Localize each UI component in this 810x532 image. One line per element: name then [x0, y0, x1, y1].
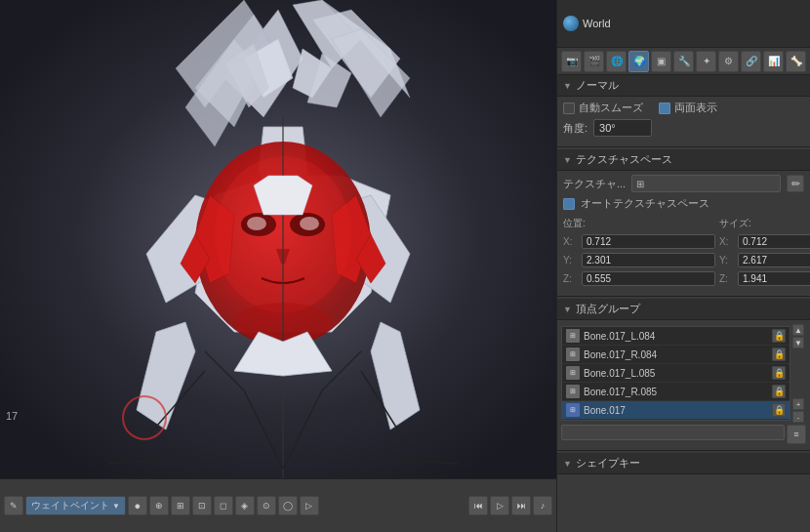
view-icon[interactable]: ◻	[214, 496, 233, 515]
section-texbase-header[interactable]: ▼ テクスチャスペース	[557, 149, 810, 171]
pivot-icon[interactable]: ◈	[235, 496, 255, 515]
vgroup-name-0: Bone.017_L.084	[584, 331, 768, 342]
angle-label: 角度:	[563, 121, 587, 136]
angle-input[interactable]	[593, 119, 652, 137]
size-y-row: Y:	[719, 253, 810, 267]
auto-smooth-label: 自動スムーズ	[579, 101, 643, 115]
shapekey-arrow: ▼	[563, 459, 572, 469]
cursor-icon[interactable]: ⊕	[149, 496, 169, 515]
camera-icon[interactable]: 📷	[561, 51, 582, 72]
texbase-label: テクスチャスペース	[576, 152, 672, 167]
normal-body: 自動スムーズ 両面表示 角度:	[557, 97, 810, 144]
double-side-wrap: 両面表示	[659, 101, 717, 115]
onion-icon[interactable]: ▷	[300, 496, 319, 515]
object-icon[interactable]: ▣	[651, 51, 671, 72]
vgroup-add-btn[interactable]: +	[792, 398, 804, 410]
mode-dropdown[interactable]: ウェイトペイント ▼	[25, 496, 126, 515]
vgroup-down-btn[interactable]: ▼	[792, 337, 804, 348]
auto-texbase-label: オートテクスチャスペース	[581, 196, 709, 211]
frame-number: 17	[6, 410, 18, 422]
size-y-label: Y:	[719, 255, 735, 266]
modifier-icon[interactable]: 🔧	[673, 51, 694, 72]
vgroup-up-btn[interactable]: ▲	[792, 324, 804, 336]
data-icon[interactable]: 📊	[763, 51, 784, 72]
play-icon[interactable]: ▷	[490, 496, 509, 515]
mode-arrow: ▼	[112, 502, 120, 511]
vgroup-weight-bar	[561, 425, 785, 440]
texbase-body: テクスチャ... ⊞ ✏ オートテクスチャスペース 位置: X:	[557, 171, 810, 294]
vgroup-body: ⊞ Bone.017_L.084 🔒 ⊞ Bone.017_R.084 🔒 ⊞ …	[557, 320, 810, 448]
section-shapekey-header[interactable]: ▼ シェイプキー	[557, 453, 810, 474]
list-item[interactable]: ⊞ Bone.017_L.085 🔒	[562, 364, 790, 383]
normal-fields: 自動スムーズ 両面表示	[563, 101, 804, 115]
size-col: サイズ: X: Y: Z:	[719, 217, 810, 288]
pos-header: 位置:	[563, 217, 715, 230]
vgroup-lock-2[interactable]: 🔒	[772, 366, 786, 380]
bone-icon[interactable]: 🦴	[786, 51, 806, 72]
vgroup-lock-0[interactable]: 🔒	[772, 329, 786, 343]
vgroup-side-controls: ▲ ▼ + -	[792, 324, 806, 423]
angle-row: 角度:	[563, 119, 804, 137]
size-header: サイズ:	[719, 217, 810, 230]
vgroup-remove-btn[interactable]: -	[792, 411, 804, 423]
texcha-dropdown-icon: ⊞	[636, 179, 644, 189]
pos-z-label: Z:	[563, 273, 579, 284]
vgroup-icon-1: ⊞	[566, 348, 580, 361]
double-side-checkbox[interactable]	[659, 102, 670, 114]
auto-smooth-checkbox[interactable]	[563, 102, 575, 114]
render-icon-btn[interactable]: 🎬	[584, 51, 604, 72]
vgroup-lock-3[interactable]: 🔒	[772, 385, 786, 398]
size-y-input[interactable]	[738, 253, 810, 267]
vgroup-lock-4[interactable]: 🔒	[772, 403, 786, 417]
normal-arrow: ▼	[563, 81, 572, 91]
vgroup-list: ⊞ Bone.017_L.084 🔒 ⊞ Bone.017_R.084 🔒 ⊞ …	[561, 326, 790, 421]
vgroup-normalize-btn[interactable]: ≡	[787, 425, 806, 444]
timeline-icon[interactable]: ⏮	[468, 496, 488, 515]
audio-icon[interactable]: ♪	[533, 496, 552, 515]
pos-x-label: X:	[563, 236, 579, 247]
physics-icon[interactable]: ⚙	[718, 51, 739, 72]
scene-icon[interactable]: 🌐	[606, 51, 627, 72]
render-icon[interactable]: ●	[128, 496, 147, 515]
section-vgroup-header[interactable]: ▼ 頂点グループ	[557, 299, 810, 320]
viewport[interactable]: 17 ✎ ウェイトペイント ▼ ● ⊕ ⊞ ⊡ ◻ ◈ ⊙ ◯ ▷ ⏮ ▷ ⏭ …	[0, 0, 556, 532]
right-panel: World 📷 🎬 🌐 🌍 ▣ 🔧 ✦ ⚙ 🔗 📊 🦴 ▼ ノーマル 自動スムー…	[556, 0, 810, 532]
list-item[interactable]: ⊞ Bone.017 🔒	[562, 401, 790, 420]
vgroup-icon-2: ⊞	[566, 366, 580, 380]
world-icon-btn[interactable]: 🌍	[628, 51, 649, 72]
end-icon[interactable]: ⏭	[511, 496, 531, 515]
shapekey-label: シェイプキー	[576, 456, 640, 471]
texbase-arrow: ▼	[563, 155, 572, 165]
prop-icon[interactable]: ◯	[278, 496, 298, 515]
pos-z-input[interactable]	[582, 271, 715, 286]
size-x-input[interactable]	[738, 234, 810, 249]
viewport-toolbar: ✎ ウェイトペイント ▼ ● ⊕ ⊞ ⊡ ◻ ◈ ⊙ ◯ ▷ ⏮ ▷ ⏭ ♪	[0, 478, 556, 532]
scene-svg	[0, 0, 556, 478]
select-icon[interactable]: ⊡	[192, 496, 212, 515]
size-z-input[interactable]	[738, 271, 810, 286]
vgroup-arrow: ▼	[563, 305, 572, 314]
list-item[interactable]: ⊞ Bone.017_R.084 🔒	[562, 346, 790, 364]
vgroup-lock-1[interactable]: 🔒	[772, 348, 786, 361]
vgroup-bottom-controls: ≡	[561, 425, 806, 444]
list-item[interactable]: ⊞ Bone.017_R.085 🔒	[562, 383, 790, 401]
pos-col: 位置: X: Y: Z:	[563, 217, 715, 288]
mode-icon[interactable]: ✎	[4, 496, 23, 515]
particle-icon[interactable]: ✦	[696, 51, 716, 72]
panel-content: ▼ ノーマル 自動スムーズ 両面表示 角度: ▼ テク	[557, 75, 810, 532]
constraint-icon[interactable]: 🔗	[741, 51, 761, 72]
section-normal-header[interactable]: ▼ ノーマル	[557, 75, 810, 97]
texcha-row: テクスチャ... ⊞ ✏	[563, 175, 804, 192]
pos-x-input[interactable]	[582, 234, 715, 249]
transform-icon[interactable]: ⊞	[171, 496, 190, 515]
texcha-label: テクスチャ...	[563, 177, 626, 191]
texcha-edit-btn[interactable]: ✏	[787, 175, 804, 192]
list-item[interactable]: ⊞ Bone.017_L.084 🔒	[562, 327, 790, 346]
snap-icon[interactable]: ⊙	[257, 496, 276, 515]
mode-label: ウェイトペイント	[31, 499, 109, 512]
size-z-row: Z:	[719, 271, 810, 286]
world-icon	[563, 16, 579, 31]
svg-point-22	[300, 217, 319, 230]
auto-texbase-checkbox[interactable]	[563, 198, 575, 210]
pos-y-input[interactable]	[582, 253, 715, 267]
